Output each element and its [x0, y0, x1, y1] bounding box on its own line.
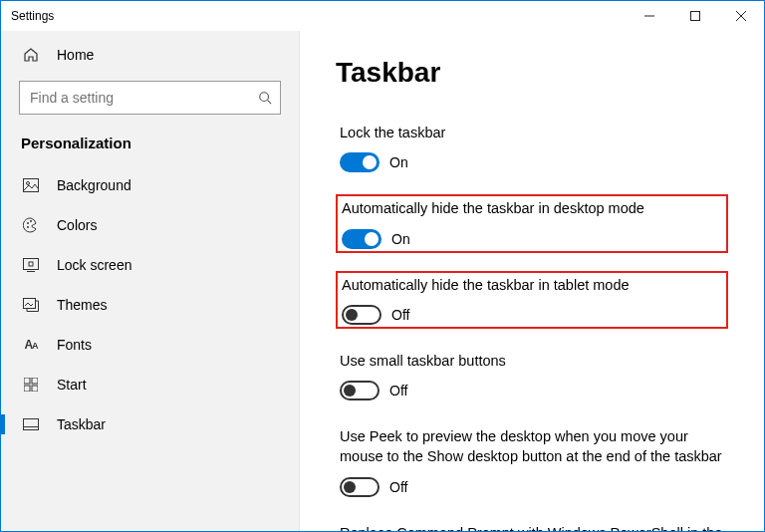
picture-icon [21, 178, 41, 192]
category-header: Personalization [1, 127, 299, 165]
setting-powershell: Replace Command Prompt with Windows Powe… [336, 519, 728, 531]
svg-point-4 [260, 93, 269, 102]
setting-small-buttons: Use small taskbar buttons Off [336, 347, 728, 404]
setting-autohide-tablet: Automatically hide the taskbar in tablet… [336, 271, 728, 329]
sidebar-item-label: Colors [57, 217, 97, 233]
themes-icon [21, 298, 41, 312]
home-icon [21, 47, 41, 63]
toggle-lock-taskbar[interactable] [340, 152, 380, 172]
svg-rect-14 [24, 299, 36, 309]
home-nav[interactable]: Home [1, 37, 299, 73]
setting-label: Replace Command Prompt with Windows Powe… [340, 523, 724, 531]
svg-rect-16 [32, 378, 38, 384]
sidebar-item-fonts[interactable]: AA Fonts [1, 325, 299, 365]
svg-rect-1 [691, 12, 700, 21]
sidebar-item-start[interactable]: Start [1, 365, 299, 404]
toggle-autohide-tablet[interactable] [342, 305, 382, 325]
lockscreen-icon [21, 258, 41, 272]
setting-label: Use small taskbar buttons [340, 351, 724, 371]
svg-rect-13 [29, 262, 33, 266]
svg-rect-17 [24, 386, 30, 392]
sidebar-item-colors[interactable]: Colors [1, 205, 299, 245]
home-label: Home [57, 47, 94, 63]
window-controls [627, 1, 764, 31]
sidebar-item-taskbar[interactable]: Taskbar [1, 404, 299, 444]
setting-label: Automatically hide the taskbar in tablet… [342, 275, 722, 295]
setting-label: Lock the taskbar [340, 123, 724, 142]
minimize-button[interactable] [627, 1, 672, 31]
svg-rect-11 [24, 259, 39, 270]
taskbar-icon [21, 418, 41, 430]
fonts-icon: AA [21, 338, 41, 352]
search-icon [258, 91, 272, 105]
svg-point-7 [27, 182, 30, 185]
toggle-row: Off [340, 381, 724, 400]
toggle-state: Off [391, 307, 409, 323]
toggle-state: On [389, 154, 408, 170]
toggle-row: On [340, 152, 724, 172]
sidebar-item-label: Background [57, 177, 131, 193]
setting-label: Automatically hide the taskbar in deskto… [342, 198, 722, 218]
maximize-button[interactable] [672, 1, 718, 31]
sidebar-item-background[interactable]: Background [1, 165, 299, 205]
titlebar: Settings [1, 1, 764, 31]
sidebar-item-label: Fonts [57, 337, 92, 353]
svg-line-5 [268, 101, 272, 105]
toggle-row: Off [340, 477, 724, 497]
setting-lock-taskbar: Lock the taskbar On [336, 119, 728, 176]
body: Home Personalization Background [1, 31, 764, 531]
svg-rect-15 [24, 378, 30, 384]
sidebar-item-themes[interactable]: Themes [1, 285, 299, 325]
search-box[interactable] [19, 81, 281, 115]
sidebar-item-lockscreen[interactable]: Lock screen [1, 245, 299, 285]
main-content: Taskbar Lock the taskbar On Automaticall… [300, 31, 764, 531]
sidebar-item-label: Start [57, 377, 87, 393]
search-input[interactable] [28, 89, 258, 107]
settings-window: Settings Home [0, 0, 765, 532]
toggle-small-buttons[interactable] [340, 381, 380, 400]
toggle-state: On [391, 231, 410, 247]
window-title: Settings [1, 9, 627, 23]
setting-autohide-desktop: Automatically hide the taskbar in deskto… [336, 194, 728, 252]
toggle-row: On [342, 229, 722, 249]
sidebar-item-label: Taskbar [57, 416, 106, 432]
close-button[interactable] [718, 1, 764, 31]
toggle-state: Off [389, 479, 407, 495]
setting-peek: Use Peek to preview the desktop when you… [336, 422, 728, 501]
svg-point-10 [27, 226, 29, 228]
svg-rect-19 [24, 419, 39, 430]
sidebar-item-label: Lock screen [57, 257, 131, 273]
setting-label: Use Peek to preview the desktop when you… [340, 426, 724, 467]
svg-point-9 [30, 220, 32, 222]
start-icon [21, 378, 41, 392]
toggle-row: Off [342, 305, 722, 325]
toggle-state: Off [389, 383, 407, 399]
toggle-autohide-desktop[interactable] [342, 229, 382, 249]
sidebar-item-label: Themes [57, 297, 108, 313]
svg-rect-18 [32, 386, 38, 392]
palette-icon [21, 217, 41, 233]
toggle-peek[interactable] [340, 477, 380, 497]
search-wrap [1, 73, 299, 127]
page-title: Taskbar [336, 57, 728, 89]
svg-point-8 [27, 222, 29, 224]
sidebar: Home Personalization Background [1, 31, 300, 531]
